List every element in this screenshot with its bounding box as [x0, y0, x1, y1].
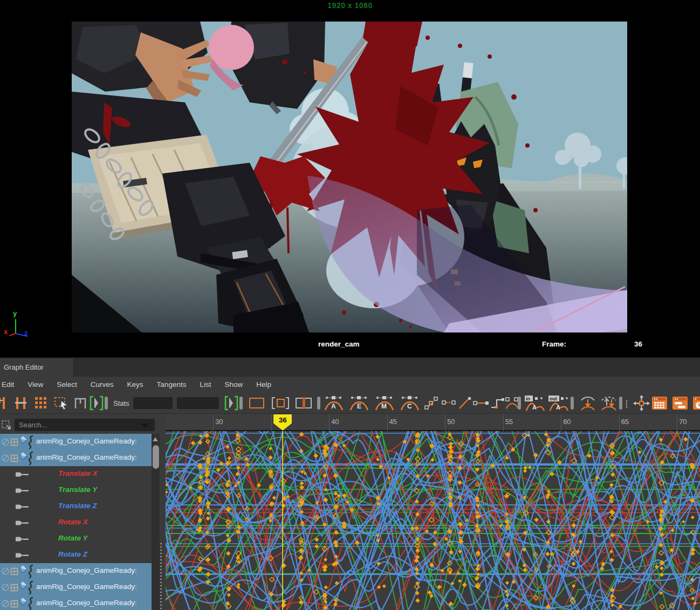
menu-select[interactable]: Select: [57, 380, 77, 389]
graph-editor-tab[interactable]: Graph Editor: [0, 358, 74, 377]
menu-view[interactable]: View: [28, 380, 43, 389]
current-time-marker[interactable]: 36: [273, 414, 292, 431]
region-select-tool-icon[interactable]: [54, 392, 69, 414]
outliner-object-row[interactable]: animRig_Conejo_GameReady:: [0, 563, 152, 579]
auto-mix-tangent-icon[interactable]: M: [374, 392, 395, 414]
menu-list[interactable]: List: [200, 380, 211, 389]
graph-editor-outliner: animRig_Conejo_GameReady:animRig_Conejo_…: [0, 414, 166, 610]
time-editor-window-icon[interactable]: [672, 392, 688, 414]
scrollbar-thumb[interactable]: [153, 445, 159, 469]
scroll-up-arrow-icon[interactable]: [153, 437, 158, 441]
outliner-channel-row[interactable]: Translate X: [0, 466, 152, 482]
out-tangent-icon[interactable]: outA: [548, 392, 569, 414]
menu-tangents[interactable]: Tangents: [157, 380, 187, 389]
channel-label: Translate X: [58, 469, 98, 477]
pan-view-icon[interactable]: [632, 392, 650, 414]
curve-graph[interactable]: [166, 431, 700, 610]
axis-gizmo: y x z: [2, 308, 33, 338]
auto-ease-tangent-icon[interactable]: E: [349, 392, 369, 414]
object-label: animRig_Conejo_GameReady:: [36, 583, 137, 591]
dope-sheet-window-icon[interactable]: [651, 392, 668, 414]
ruler-tick: [329, 414, 330, 431]
snap-buffer-curve-icon[interactable]: [600, 392, 618, 414]
ruler-tick-label: 30: [215, 418, 223, 426]
frame-playback-range-icon[interactable]: [294, 392, 314, 414]
transform-node-icon: [10, 454, 18, 462]
step-tangent-icon[interactable]: [490, 392, 506, 414]
hidden-object-icon: [1, 583, 10, 592]
svg-text:out: out: [550, 396, 557, 401]
outliner-object-row[interactable]: animRig_Conejo_GameReady:: [0, 450, 152, 466]
search-dropdown-arrow-icon[interactable]: [141, 424, 149, 428]
flat-tangent-icon[interactable]: [472, 392, 491, 414]
svg-text:A: A: [532, 404, 537, 411]
frame-selection-icon[interactable]: [271, 392, 290, 414]
lattice-deform-keys-icon[interactable]: [33, 392, 49, 414]
toolbar-separator: [619, 392, 622, 414]
curve-graph-area[interactable]: 36 3040455055606570: [166, 414, 700, 610]
render-view-image: [72, 22, 627, 332]
toolbar-separator: [571, 392, 574, 414]
search-input[interactable]: [15, 419, 155, 431]
scene-illustration: [72, 22, 627, 332]
pin-channel-icon: [16, 519, 30, 526]
timeline-ruler[interactable]: 36 3040455055606570: [166, 414, 700, 431]
ruler-tick: [387, 414, 388, 431]
in-tangent-icon[interactable]: inA: [524, 392, 546, 414]
retime-tool-icon[interactable]: [73, 392, 87, 414]
menu-show[interactable]: Show: [224, 380, 243, 389]
outliner-channel-row[interactable]: Translate Z: [0, 498, 152, 515]
frame-label: Frame:: [542, 340, 566, 348]
auto-tangent-icon[interactable]: A: [324, 392, 344, 414]
resolution-label: 1920 x 1080: [0, 1, 700, 10]
menu-edit[interactable]: Edit: [2, 380, 14, 389]
object-label: animRig_Conejo_GameReady:: [36, 437, 137, 445]
transform-node-icon: [10, 567, 18, 576]
menu-help[interactable]: Help: [256, 380, 271, 389]
stats-input-time[interactable]: [133, 397, 173, 409]
trax-editor-window-icon[interactable]: [692, 392, 700, 414]
stats-input-value[interactable]: [177, 397, 219, 409]
outliner-channel-row[interactable]: Translate Y: [0, 482, 152, 498]
insert-keys-tool-icon[interactable]: [14, 392, 28, 414]
ruler-tick-label: 50: [447, 418, 455, 426]
render-viewport[interactable]: 1920 x 1080: [0, 0, 700, 357]
ruler-tick-label: 40: [331, 418, 339, 426]
frame-all-icon[interactable]: [248, 392, 265, 414]
outliner-scrollbar[interactable]: [152, 434, 160, 610]
anim-curve-icon: [26, 597, 36, 610]
ruler-tick: [445, 414, 445, 431]
swap-buffer-curve-icon[interactable]: [579, 392, 596, 414]
outliner-object-row[interactable]: animRig_Conejo_GameReady:: [0, 579, 152, 595]
anim-curve-icon: [26, 451, 36, 466]
ruler-tick: [503, 414, 504, 431]
ruler-tick: [271, 414, 272, 431]
channel-label: Rotate Z: [58, 550, 87, 558]
ruler-tick-label: 60: [563, 418, 571, 426]
interactive-tangent-toggle-icon[interactable]: [224, 392, 238, 414]
outliner-channel-row[interactable]: Rotate X: [0, 515, 152, 531]
outliner-channel-row[interactable]: Rotate Y: [0, 531, 152, 547]
stats-label: Stats: [113, 399, 129, 407]
pin-channel-icon: [16, 536, 30, 543]
menu-curves[interactable]: Curves: [91, 380, 114, 389]
graph-editor-panel: Graph Editor EditViewSelectCurvesKeysTan…: [0, 357, 700, 610]
load-objects-icon[interactable]: [1, 420, 12, 431]
svg-text:in: in: [526, 396, 530, 401]
auto-custom-tangent-icon[interactable]: C: [400, 392, 420, 414]
spline-tangent-icon[interactable]: [424, 392, 439, 414]
clamped-tangent-icon[interactable]: [441, 392, 456, 414]
menu-keys[interactable]: Keys: [127, 380, 143, 389]
svg-text:C: C: [407, 403, 412, 410]
move-keys-tool-icon[interactable]: [0, 392, 10, 414]
ruler-tick-label: 70: [679, 418, 687, 426]
linear-tangent-icon[interactable]: [457, 392, 472, 414]
panel-splitter-handle[interactable]: [160, 543, 162, 610]
channel-label: Translate Y: [58, 486, 97, 494]
outliner-channel-row[interactable]: Rotate Z: [0, 547, 152, 563]
outliner-object-row[interactable]: animRig_Conejo_GameReady:: [0, 595, 152, 610]
hidden-object-icon: [1, 599, 10, 608]
outliner-object-row[interactable]: animRig_Conejo_GameReady:: [0, 434, 152, 450]
insert-key-toggle-icon[interactable]: [90, 392, 104, 414]
hidden-object-icon: [1, 454, 10, 462]
